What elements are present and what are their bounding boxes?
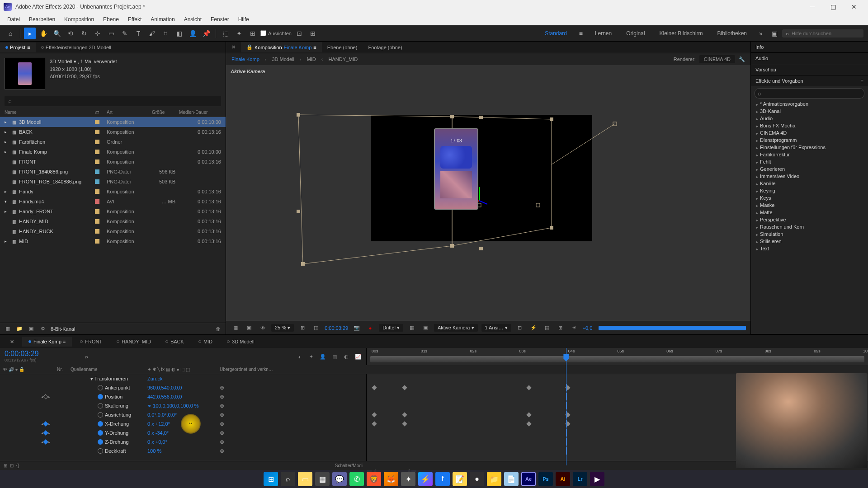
workspace-standard[interactable]: Standard [538,30,573,37]
taskbar-search[interactable]: ⌕ [281,472,295,486]
project-item[interactable]: ▸▩Handy Komposition0:00:13:16 [0,187,226,197]
keyframe-marker[interactable] [372,385,377,390]
property-row[interactable]: Ankerpunkt 960,0,540,0,0,0 ⊚ [0,383,366,392]
effect-category[interactable]: Generieren [751,165,868,173]
interpret-icon[interactable]: ▦ [4,325,12,333]
menu-animation[interactable]: Animation [146,14,179,24]
project-tab[interactable]: Projekt ≡ [0,42,36,52]
brush-tool[interactable]: 🖌 [146,28,158,39]
workspace-lernen[interactable]: Lernen [589,30,618,37]
fast-preview-icon[interactable]: ⚡ [528,323,538,333]
roto-tool[interactable]: 👤 [187,28,198,39]
explorer-icon[interactable]: 📁 [487,472,501,486]
effect-category[interactable]: Rauschen und Korn [751,223,868,230]
effect-category[interactable]: Dienstprogramm [751,136,868,144]
keyframe-marker[interactable] [402,412,407,417]
project-settings-icon[interactable]: ⚙ [39,325,47,333]
property-row[interactable]: Skalierung ⚭ 100,0,100,0,100,0 % ⊚ [0,401,366,410]
rotate-tool[interactable]: ↻ [78,28,90,39]
renderer-settings-icon[interactable]: 🔧 [739,56,745,62]
puppet-tool[interactable]: 📌 [200,28,212,39]
effect-category[interactable]: Perspektive [751,216,868,223]
draft3d-icon[interactable]: ✦ [307,352,316,361]
timeline-search-input[interactable] [88,353,165,360]
effect-category[interactable]: * Animationsvorgaben [751,100,868,108]
help-search-input[interactable] [792,31,860,36]
timeline-tab[interactable]: FRONT [74,337,108,347]
keyframe-marker[interactable] [372,412,377,417]
effect-category[interactable]: Fehlt [751,158,868,165]
timeline-tab[interactable]: 3D Modell [221,337,261,347]
view-axis-icon[interactable]: ⊞ [247,28,259,39]
property-row[interactable]: ◂▸ X-Drehung 0 x +12,0° ⊚ [0,419,366,428]
preview-panel-header[interactable]: Vorschau [751,64,868,75]
menu-fenster[interactable]: Fenster [206,14,234,24]
obs-icon[interactable]: ● [470,472,484,486]
crumb-1[interactable]: 3D Modell [272,56,294,62]
timeline-timecode[interactable]: 0:00:03:29 [5,350,77,358]
effect-category[interactable]: Keys [751,194,868,202]
sticky-notes-icon[interactable]: 📝 [453,472,467,486]
taskview-icon[interactable]: ▭ [298,472,312,486]
eraser-tool[interactable]: ◧ [173,28,185,39]
project-item[interactable]: ▩HANDY_RÜCK Komposition0:00:13:16 [0,226,226,236]
effect-category[interactable]: Keying [751,187,868,194]
effect-category[interactable]: Immersives Video [751,173,868,180]
project-item[interactable]: ▾▩Handy.mp4 AVI… MB0:00:13:16 [0,197,226,206]
project-item[interactable]: ▸▩Handy_FRONT Komposition0:00:13:16 [0,206,226,216]
graph-editor-icon[interactable]: 📈 [354,352,363,361]
resolution-icon[interactable]: ⊞ [297,323,307,333]
workspace-original[interactable]: Original [620,30,651,37]
after-effects-icon[interactable]: Ae [521,472,536,486]
orbit-tool[interactable]: ⟲ [65,28,76,39]
effects-panel-header[interactable]: Effekte und Vorgaben≡ [751,75,868,86]
transparency-grid-icon[interactable]: ▦ [407,323,417,333]
new-comp-button[interactable]: ▣ [27,325,35,333]
toggle-mask-icon[interactable]: ▣ [244,323,254,333]
toggle-modes-icon[interactable]: ⊡ [10,463,14,468]
keyframe-marker[interactable] [526,412,531,417]
widgets-icon[interactable]: ▦ [315,472,330,486]
project-item[interactable]: ▩FRONT_RGB_1840886.png PNG-Datei503 KB [0,177,226,187]
photoshop-icon[interactable]: Ps [538,472,553,486]
workspace-kleiner[interactable]: Kleiner Bildschirm [653,30,709,37]
property-row[interactable]: Ausrichtung 0,0°,0,0°,0,0° ⊚ [0,410,366,419]
project-search-input[interactable] [5,96,221,106]
snap-checkbox[interactable]: Ausrichten [260,30,292,36]
effect-controls-tab[interactable]: Effekteinstellungen 3D Modell [36,42,117,52]
audio-panel-header[interactable]: Audio [751,53,868,64]
3d-view-icon[interactable]: ▣ [420,323,430,333]
pen-tool[interactable]: ✎ [119,28,131,39]
viewer-timecode[interactable]: 0:00:03:29 [325,325,348,331]
frame-blend-icon[interactable]: ▤ [330,352,339,361]
property-row[interactable]: ◂▸ Y-Drehung 0 x -34,0° ⊚ [0,428,366,437]
toggle-switches-icon[interactable]: ⊞ [4,463,7,468]
toggle-alpha-icon[interactable]: ▦ [231,323,241,333]
project-list[interactable]: ▸▩3D Modell Komposition0:00:10:00▸▩BACK … [0,117,226,323]
effect-category[interactable]: Kanäle [751,180,868,187]
timeline-tab[interactable]: MID [192,337,219,347]
menu-bearbeiten[interactable]: Bearbeiten [24,14,60,24]
project-item[interactable]: ▩FRONT_1840886.png PNG-Datei596 KB [0,167,226,177]
timeline-tab[interactable]: Finale Komp ≡ [22,337,72,347]
home-button[interactable]: ⌂ [5,28,16,39]
firefox-icon[interactable]: 🦊 [384,472,398,486]
workspace-overflow-icon[interactable]: » [755,28,767,39]
premiere-icon[interactable]: ▶ [590,472,604,486]
snap-opt-2[interactable]: ⊞ [307,28,319,39]
renderer-value[interactable]: CINEMA 4D [699,55,735,63]
effect-category[interactable]: 3D-Kanal [751,108,868,115]
exposure-reset-icon[interactable]: ☀ [569,323,579,333]
clone-tool[interactable]: ⌗ [160,28,171,39]
info-panel-header[interactable]: Info [751,42,868,52]
menu-ebene[interactable]: Ebene [99,14,123,24]
show-channel-icon[interactable]: ● [365,323,375,333]
new-folder-button[interactable]: 📁 [15,325,24,333]
crumb-3[interactable]: HANDY_MID [328,56,358,62]
effect-category[interactable]: Text [751,245,868,252]
camera-dropdown[interactable]: Aktive Kamera ▾ [434,324,478,332]
generic-app-icon[interactable]: ✦ [401,472,415,486]
effect-category[interactable]: Einstellungen für Expressions [751,144,868,151]
menu-datei[interactable]: Datei [3,14,24,24]
comp-close-icon[interactable]: ✕ [226,42,241,52]
